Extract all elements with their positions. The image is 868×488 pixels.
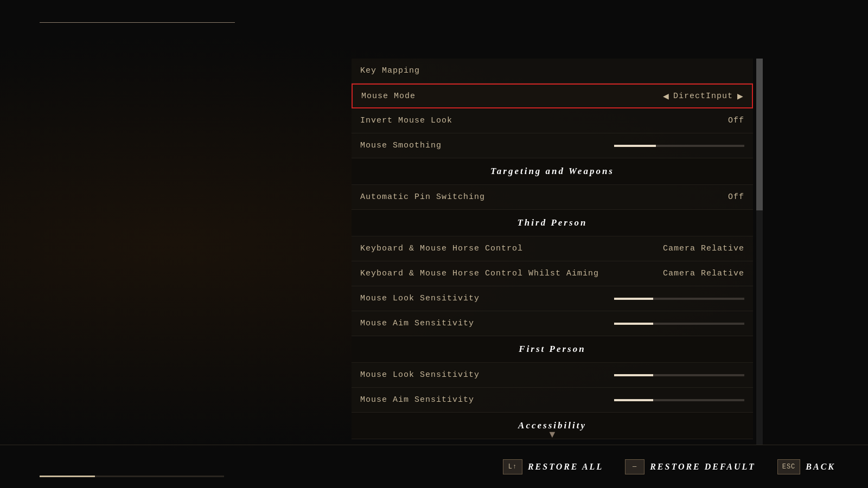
settings-panel: Key MappingMouse Mode ◀ DirectInput ▶ In…	[352, 59, 753, 445]
setting-row-third-person-header: Third Person	[352, 210, 753, 236]
setting-label-mouse-look-sensitivity-3p: Mouse Look Sensitivity	[360, 294, 480, 303]
slider-track-mouse-smoothing	[614, 145, 744, 147]
action-label-restore-all: Restore All	[528, 462, 603, 472]
slider-track-mouse-look-sensitivity-3p	[614, 298, 744, 300]
scrollbar-thumb[interactable]	[756, 59, 763, 210]
setting-row-first-person-header: First Person	[352, 336, 753, 363]
key-badge-restore-default: —	[625, 459, 644, 474]
bottom-bar: L↑ Restore All — Restore Default ESC Bac…	[0, 445, 868, 488]
action-label-restore-default: Restore Default	[650, 462, 756, 472]
bottom-action-restore-all[interactable]: L↑ Restore All	[503, 459, 603, 474]
slider-mouse-look-sensitivity-1p[interactable]	[614, 374, 744, 376]
down-arrow-indicator: ▼	[352, 429, 753, 440]
setting-row-mouse-aim-sensitivity-3p[interactable]: Mouse Aim Sensitivity	[352, 311, 753, 336]
setting-row-kb-mouse-horse-control[interactable]: Keyboard & Mouse Horse ControlCamera Rel…	[352, 236, 753, 261]
setting-row-kb-mouse-horse-control-aiming[interactable]: Keyboard & Mouse Horse Control Whilst Ai…	[352, 261, 753, 286]
section-header-text-targeting-weapons-header: Targeting and Weapons	[490, 166, 614, 177]
slider-mouse-aim-sensitivity-3p[interactable]	[614, 323, 744, 325]
slider-mouse-look-sensitivity-3p[interactable]	[614, 298, 744, 300]
setting-label-invert-mouse-look: Invert Mouse Look	[360, 116, 452, 125]
setting-label-kb-mouse-horse-control-aiming: Keyboard & Mouse Horse Control Whilst Ai…	[360, 269, 599, 278]
section-header-text-first-person-header: First Person	[519, 344, 585, 355]
action-label-back: Back	[806, 462, 835, 472]
setting-value-kb-mouse-horse-control-aiming: Camera Relative	[663, 269, 744, 278]
setting-row-key-mapping[interactable]: Key Mapping	[352, 59, 753, 84]
slider-fill-mouse-aim-sensitivity-1p	[614, 399, 653, 401]
setting-label-automatic-pin-switching: Automatic Pin Switching	[360, 192, 485, 202]
slider-mouse-smoothing[interactable]	[614, 145, 744, 147]
scroll-indicator-fill	[40, 476, 95, 477]
setting-row-mouse-smoothing[interactable]: Mouse Smoothing	[352, 133, 753, 158]
page-container: Key MappingMouse Mode ◀ DirectInput ▶ In…	[0, 0, 868, 488]
section-header-text-third-person-header: Third Person	[517, 217, 587, 228]
setting-label-kb-mouse-horse-control: Keyboard & Mouse Horse Control	[360, 244, 523, 253]
slider-fill-mouse-smoothing	[614, 145, 656, 147]
slider-track-mouse-look-sensitivity-1p	[614, 374, 744, 376]
slider-track-mouse-aim-sensitivity-1p	[614, 399, 744, 401]
setting-row-mouse-aim-sensitivity-1p[interactable]: Mouse Aim Sensitivity	[352, 388, 753, 413]
setting-value-kb-mouse-horse-control: Camera Relative	[663, 244, 744, 253]
slider-track-mouse-aim-sensitivity-3p	[614, 323, 744, 325]
scroll-indicator	[40, 476, 224, 477]
setting-row-mouse-mode[interactable]: Mouse Mode ◀ DirectInput ▶	[352, 84, 753, 108]
slider-fill-mouse-look-sensitivity-1p	[614, 374, 653, 376]
setting-row-mouse-look-sensitivity-3p[interactable]: Mouse Look Sensitivity	[352, 286, 753, 311]
setting-value-automatic-pin-switching: Off	[728, 192, 744, 202]
setting-label-mouse-look-sensitivity-1p: Mouse Look Sensitivity	[360, 370, 480, 380]
setting-value-text-mouse-mode: DirectInput	[673, 92, 733, 101]
setting-row-mouse-look-sensitivity-1p[interactable]: Mouse Look Sensitivity	[352, 363, 753, 388]
right-arrow-icon[interactable]: ▶	[737, 92, 743, 101]
setting-value-invert-mouse-look: Off	[728, 116, 744, 125]
setting-row-automatic-pin-switching[interactable]: Automatic Pin SwitchingOff	[352, 185, 753, 210]
slider-mouse-aim-sensitivity-1p[interactable]	[614, 399, 744, 401]
setting-row-targeting-weapons-header: Targeting and Weapons	[352, 158, 753, 185]
settings-list: Key MappingMouse Mode ◀ DirectInput ▶ In…	[352, 59, 753, 439]
left-panel	[40, 16, 343, 34]
bottom-action-back[interactable]: ESC Back	[777, 459, 835, 474]
setting-label-key-mapping: Key Mapping	[360, 66, 420, 75]
bottom-action-restore-default[interactable]: — Restore Default	[625, 459, 756, 474]
slider-fill-mouse-aim-sensitivity-3p	[614, 323, 653, 325]
key-badge-restore-all: L↑	[503, 459, 522, 474]
left-arrow-icon[interactable]: ◀	[663, 92, 669, 101]
title-divider	[40, 22, 235, 23]
setting-label-mouse-aim-sensitivity-1p: Mouse Aim Sensitivity	[360, 395, 474, 404]
setting-row-invert-mouse-look[interactable]: Invert Mouse LookOff	[352, 108, 753, 133]
slider-fill-mouse-look-sensitivity-3p	[614, 298, 653, 300]
setting-label-mouse-mode: Mouse Mode	[361, 92, 416, 101]
setting-label-mouse-aim-sensitivity-3p: Mouse Aim Sensitivity	[360, 319, 474, 328]
setting-value-arrows-mouse-mode[interactable]: ◀ DirectInput ▶	[663, 92, 743, 101]
scrollbar-track[interactable]	[756, 59, 763, 445]
setting-label-mouse-smoothing: Mouse Smoothing	[360, 141, 442, 150]
key-badge-back: ESC	[777, 459, 801, 474]
down-arrow-icon: ▼	[547, 429, 557, 440]
